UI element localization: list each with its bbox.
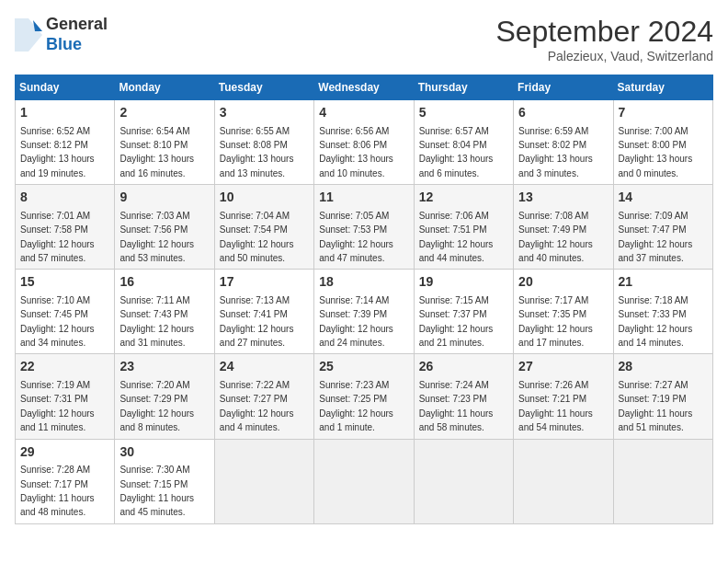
day-number: 5 xyxy=(419,104,508,122)
logo-line1: General xyxy=(46,15,108,35)
day-number: 29 xyxy=(20,443,109,462)
day-number: 8 xyxy=(20,189,109,207)
day-info: Sunrise: 7:20 AMSunset: 7:29 PMDaylight:… xyxy=(119,380,194,432)
day-number: 28 xyxy=(619,358,708,376)
day-number: 18 xyxy=(319,273,408,292)
day-info: Sunrise: 7:08 AMSunset: 7:49 PMDaylight:… xyxy=(518,211,593,263)
header-day-sunday: Sunday xyxy=(16,75,115,100)
logo-line2: Blue xyxy=(46,35,108,55)
calendar-cell: 23Sunrise: 7:20 AMSunset: 7:29 PMDayligh… xyxy=(115,354,214,439)
day-number: 4 xyxy=(319,104,408,122)
day-info: Sunrise: 7:28 AMSunset: 7:17 PMDaylight:… xyxy=(20,465,95,517)
day-info: Sunrise: 7:05 AMSunset: 7:53 PMDaylight:… xyxy=(319,211,393,263)
day-number: 25 xyxy=(319,358,408,376)
day-info: Sunrise: 6:56 AMSunset: 8:06 PMDaylight:… xyxy=(319,126,393,178)
day-info: Sunrise: 7:03 AMSunset: 7:56 PMDaylight:… xyxy=(119,211,194,263)
day-info: Sunrise: 7:27 AMSunset: 7:19 PMDaylight:… xyxy=(619,380,693,432)
header-day-friday: Friday xyxy=(514,75,613,100)
calendar-cell: 14Sunrise: 7:09 AMSunset: 7:47 PMDayligh… xyxy=(613,185,712,270)
day-number: 26 xyxy=(419,358,508,376)
calendar-cell: 30Sunrise: 7:30 AMSunset: 7:15 PMDayligh… xyxy=(115,439,214,523)
day-info: Sunrise: 7:00 AMSunset: 8:00 PMDaylight:… xyxy=(619,126,693,178)
calendar-week-3: 15Sunrise: 7:10 AMSunset: 7:45 PMDayligh… xyxy=(16,270,713,354)
logo: General Blue xyxy=(15,15,108,54)
header-day-saturday: Saturday xyxy=(613,75,712,100)
calendar-cell: 6Sunrise: 6:59 AMSunset: 8:02 PMDaylight… xyxy=(514,100,613,185)
day-number: 1 xyxy=(20,104,109,122)
day-number: 10 xyxy=(220,189,309,207)
day-number: 21 xyxy=(619,273,708,292)
calendar-cell: 21Sunrise: 7:18 AMSunset: 7:33 PMDayligh… xyxy=(613,270,712,354)
day-info: Sunrise: 7:06 AMSunset: 7:51 PMDaylight:… xyxy=(419,211,494,263)
header-row: SundayMondayTuesdayWednesdayThursdayFrid… xyxy=(16,75,713,100)
calendar-cell: 7Sunrise: 7:00 AMSunset: 8:00 PMDaylight… xyxy=(613,100,712,185)
calendar-cell: 13Sunrise: 7:08 AMSunset: 7:49 PMDayligh… xyxy=(514,185,613,270)
day-info: Sunrise: 7:04 AMSunset: 7:54 PMDaylight:… xyxy=(220,211,294,263)
day-number: 19 xyxy=(419,273,508,292)
calendar-cell: 19Sunrise: 7:15 AMSunset: 7:37 PMDayligh… xyxy=(414,270,513,354)
svg-marker-0 xyxy=(15,18,42,52)
calendar-cell: 2Sunrise: 6:54 AMSunset: 8:10 PMDaylight… xyxy=(115,100,214,185)
day-info: Sunrise: 7:17 AMSunset: 7:35 PMDaylight:… xyxy=(518,295,593,348)
day-info: Sunrise: 7:30 AMSunset: 7:15 PMDaylight:… xyxy=(119,465,194,517)
day-info: Sunrise: 6:52 AMSunset: 8:12 PMDaylight:… xyxy=(20,126,95,178)
calendar-cell: 12Sunrise: 7:06 AMSunset: 7:51 PMDayligh… xyxy=(414,185,513,270)
calendar-cell: 10Sunrise: 7:04 AMSunset: 7:54 PMDayligh… xyxy=(214,185,313,270)
day-number: 2 xyxy=(119,104,209,122)
day-info: Sunrise: 6:57 AMSunset: 8:04 PMDaylight:… xyxy=(419,126,494,178)
calendar-cell: 17Sunrise: 7:13 AMSunset: 7:41 PMDayligh… xyxy=(214,270,313,354)
calendar-week-4: 22Sunrise: 7:19 AMSunset: 7:31 PMDayligh… xyxy=(16,354,713,439)
calendar-cell: 29Sunrise: 7:28 AMSunset: 7:17 PMDayligh… xyxy=(16,439,115,523)
header-day-thursday: Thursday xyxy=(414,75,513,100)
day-number: 22 xyxy=(20,358,109,376)
day-number: 23 xyxy=(119,358,209,376)
day-info: Sunrise: 6:55 AMSunset: 8:08 PMDaylight:… xyxy=(220,126,294,178)
logo-triangle xyxy=(15,18,42,52)
page-header: General Blue September 2024 Palezieux, V… xyxy=(15,15,713,63)
day-info: Sunrise: 7:14 AMSunset: 7:39 PMDaylight:… xyxy=(319,295,393,348)
day-info: Sunrise: 7:10 AMSunset: 7:45 PMDaylight:… xyxy=(20,295,95,348)
day-info: Sunrise: 7:13 AMSunset: 7:41 PMDaylight:… xyxy=(220,295,294,348)
calendar-cell xyxy=(613,439,712,523)
day-info: Sunrise: 7:18 AMSunset: 7:33 PMDaylight:… xyxy=(619,295,693,348)
day-number: 20 xyxy=(518,273,608,292)
day-number: 6 xyxy=(518,104,608,122)
header-day-wednesday: Wednesday xyxy=(314,75,414,100)
day-number: 30 xyxy=(119,443,209,462)
calendar-cell: 3Sunrise: 6:55 AMSunset: 8:08 PMDaylight… xyxy=(214,100,313,185)
day-number: 7 xyxy=(619,104,708,122)
day-number: 11 xyxy=(319,189,408,207)
calendar-cell: 27Sunrise: 7:26 AMSunset: 7:21 PMDayligh… xyxy=(514,354,613,439)
calendar-week-1: 1Sunrise: 6:52 AMSunset: 8:12 PMDaylight… xyxy=(16,100,713,185)
location-subtitle: Palezieux, Vaud, Switzerland xyxy=(495,49,713,63)
calendar-cell: 15Sunrise: 7:10 AMSunset: 7:45 PMDayligh… xyxy=(16,270,115,354)
calendar-cell: 25Sunrise: 7:23 AMSunset: 7:25 PMDayligh… xyxy=(314,354,414,439)
day-number: 12 xyxy=(419,189,508,207)
title-block: September 2024 Palezieux, Vaud, Switzerl… xyxy=(495,15,713,63)
day-info: Sunrise: 7:11 AMSunset: 7:43 PMDaylight:… xyxy=(119,295,194,348)
day-info: Sunrise: 7:24 AMSunset: 7:23 PMDaylight:… xyxy=(419,380,494,432)
day-number: 24 xyxy=(220,358,309,376)
calendar-cell: 5Sunrise: 6:57 AMSunset: 8:04 PMDaylight… xyxy=(414,100,513,185)
calendar-cell: 26Sunrise: 7:24 AMSunset: 7:23 PMDayligh… xyxy=(414,354,513,439)
day-info: Sunrise: 7:15 AMSunset: 7:37 PMDaylight:… xyxy=(419,295,494,348)
calendar-cell: 1Sunrise: 6:52 AMSunset: 8:12 PMDaylight… xyxy=(16,100,115,185)
calendar-cell: 28Sunrise: 7:27 AMSunset: 7:19 PMDayligh… xyxy=(613,354,712,439)
day-number: 27 xyxy=(518,358,608,376)
calendar-cell: 20Sunrise: 7:17 AMSunset: 7:35 PMDayligh… xyxy=(514,270,613,354)
calendar-cell xyxy=(514,439,613,523)
calendar-cell: 22Sunrise: 7:19 AMSunset: 7:31 PMDayligh… xyxy=(16,354,115,439)
calendar-cell xyxy=(314,439,414,523)
header-day-monday: Monday xyxy=(115,75,214,100)
day-number: 15 xyxy=(20,273,109,292)
day-info: Sunrise: 7:26 AMSunset: 7:21 PMDaylight:… xyxy=(518,380,593,432)
month-title: September 2024 xyxy=(495,15,713,49)
calendar-cell xyxy=(214,439,313,523)
day-number: 16 xyxy=(119,273,209,292)
day-number: 13 xyxy=(518,189,608,207)
calendar-cell: 16Sunrise: 7:11 AMSunset: 7:43 PMDayligh… xyxy=(115,270,214,354)
calendar-cell: 8Sunrise: 7:01 AMSunset: 7:58 PMDaylight… xyxy=(16,185,115,270)
day-info: Sunrise: 7:09 AMSunset: 7:47 PMDaylight:… xyxy=(619,211,693,263)
logo-text: General Blue xyxy=(46,15,108,54)
day-info: Sunrise: 6:54 AMSunset: 8:10 PMDaylight:… xyxy=(119,126,194,178)
